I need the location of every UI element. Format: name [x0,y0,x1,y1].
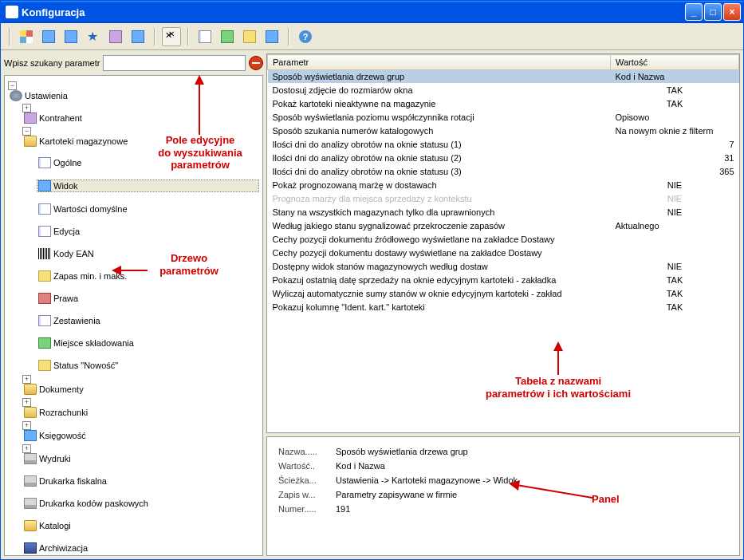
table-row[interactable]: Sposób wyświetlania drzewa grupKod i Naz… [268,70,739,84]
cell-param: Dostępny widok stanów magazynowych wedłu… [268,260,611,274]
tree-root[interactable]: Ustawienia [8,90,259,101]
cell-param: Ilości dni do analizy obrotów na oknie s… [268,152,611,165]
table-row[interactable]: Ilości dni do analizy obrotów na oknie s… [268,138,739,152]
settings-button[interactable]: ✕✕ [162,27,181,46]
edit-button[interactable] [195,27,215,46]
config-window: Konfiguracja _ □ × ★ ✕✕ ? Wpisz szukany … [0,0,744,560]
parameter-table[interactable]: Parametr Wartość Sposób wyświetlania drz… [267,54,739,314]
table-row[interactable]: Dostosuj zdjęcie do rozmiarów oknaTAK [268,84,739,97]
page-icon [38,157,51,168]
col-wartosc[interactable]: Wartość [611,55,739,70]
stock-icon [38,270,51,282]
cell-param: Pokaż prognozowaną marżę w dostawach [268,179,611,192]
report-icon [38,315,51,326]
tool-button-11[interactable] [262,27,281,46]
table-row[interactable]: Stany na wszystkich magazynach tylko dla… [268,206,739,219]
left-panel: Wpisz szukany parametr − Ustawienia +Kon… [4,53,263,556]
close-button[interactable]: × [723,3,741,21]
expand-toggle[interactable]: − [8,81,17,90]
tree-zestawienia[interactable]: Zestawienia [37,315,259,326]
tool-button-3[interactable] [61,27,81,46]
expand-toggle[interactable]: + [22,104,31,112]
tree-archiw[interactable]: Archiwizacja [22,542,259,554]
table-row[interactable]: Ilości dni do analizy obrotów na oknie s… [268,165,739,179]
tree-kody[interactable]: Kody EAN [37,248,259,259]
lbl-sciezka: Ścieżka... [278,475,336,485]
val-sciezka: Ustawienia -> Kartoteki magazynowe -> Wi… [336,475,518,485]
lbl-numer: Numer..... [278,504,336,514]
tree-kartoteki[interactable]: Kartoteki magazynowe [22,136,259,147]
cell-param: Według jakiego stanu sygnalizować przekr… [268,219,611,233]
table-row[interactable]: Sposób wyświetlania poziomu współczynnik… [268,111,739,124]
maximize-button[interactable]: □ [704,3,722,21]
table-row[interactable]: Pokaż prognozowaną marżę w dostawachNIE [268,179,739,192]
tree-wydruki[interactable]: Wydruki [22,453,259,464]
cell-value: TAK [611,287,739,301]
tree-kontrahent[interactable]: Kontrahent [22,112,259,124]
toolbar: ★ ✕✕ ? [1,23,743,50]
tool-button-6[interactable] [128,27,148,46]
parameter-tree[interactable]: − Ustawienia +Kontrahent −Kartoteki maga… [4,75,263,556]
tree-drukkodow[interactable]: Drukarka kodów paskowych [22,498,259,509]
cell-param: Pokazuj ostatnią datę sprzedaży na oknie… [268,274,611,287]
tree-status[interactable]: Status "Nowość" [37,360,259,371]
window-title: Konfiguracja [22,6,683,18]
tree-dokumenty[interactable]: Dokumenty [22,384,259,395]
cell-value: NIE [611,179,739,192]
cell-value: TAK [611,97,739,111]
table-row[interactable]: Wyliczaj automatycznie sumy stanów w okn… [268,287,739,301]
val-nazwa: Sposób wyświetlania drzewa grup [336,447,468,456]
cell-param: Sposób szukania numerów katalogowych [268,124,611,138]
tree-ksiegowosc[interactable]: Księgowość [22,430,259,441]
val-wartosc: Kod i Nazwa [336,461,385,471]
table-row[interactable]: Ilości dni do analizy obrotów na oknie s… [268,152,739,165]
table-row[interactable]: Pokazuj kolumnę "Ident. kart." kartoteki… [268,301,739,314]
table-row[interactable]: Dostępny widok stanów magazynowych wedłu… [268,260,739,274]
table-row[interactable]: Sposób szukania numerów katalogowychNa n… [268,124,739,138]
printer-icon [24,453,37,464]
location-icon [38,337,51,349]
expand-toggle[interactable]: + [22,421,31,430]
minimize-button[interactable]: _ [685,3,703,21]
tool-button-9[interactable] [218,27,237,46]
home-button[interactable] [17,27,36,46]
help-button[interactable]: ? [296,27,315,46]
table-row[interactable]: Według jakiego stanu sygnalizować przekr… [268,219,739,233]
folder-icon [24,520,37,531]
table-row[interactable]: Cechy pozycji dokumentu dostawy wyświetl… [268,246,739,260]
tree-miejsce[interactable]: Miejsce składowania [37,337,259,349]
printer-icon [24,498,37,509]
tree-wartosci[interactable]: Wartości domyślne [37,203,259,215]
expand-toggle[interactable]: + [22,398,31,407]
table-row[interactable]: Cechy pozycji dokumentu źródłowego wyświ… [268,233,739,246]
tree-zapas[interactable]: Zapas min. i maks. [37,270,259,282]
disk-icon [24,542,37,554]
expand-toggle[interactable]: − [22,127,31,136]
tree-ogolne[interactable]: Ogólne [37,157,259,168]
parameter-table-wrap: Parametr Wartość Sposób wyświetlania drz… [266,53,740,433]
favorite-button[interactable]: ★ [84,27,103,46]
tree-drukfisk[interactable]: Drukarka fiskalna [22,475,259,487]
tree-edycja[interactable]: Edycja [37,226,259,237]
cell-value: Opisowo [611,111,739,124]
lbl-zapis: Zapis w... [278,490,336,499]
tool-button-5[interactable] [106,27,125,46]
tree-prawa[interactable]: Prawa [37,293,259,304]
cell-param: Cechy pozycji dokumentu dostawy wyświetl… [268,246,611,260]
cell-value: 365 [611,165,739,179]
tree-widok[interactable]: Widok [37,179,259,192]
table-row[interactable]: Pokazuj ostatnią datę sprzedaży na oknie… [268,274,739,287]
col-parametr[interactable]: Parametr [268,55,611,70]
tool-button-2[interactable] [39,27,58,46]
tree-katalogi[interactable]: Katalogi [22,520,259,531]
tool-button-10[interactable] [240,27,259,46]
folder-icon [24,136,37,147]
expand-toggle[interactable]: + [22,444,31,453]
clear-search-icon[interactable] [249,56,263,70]
search-input[interactable] [103,55,246,71]
cell-value: NIE [611,260,739,274]
tree-rozrachunki[interactable]: Rozrachunki [22,407,259,418]
table-row[interactable]: Pokaż kartoteki nieaktywne na magazynieT… [268,97,739,111]
table-row[interactable]: Prognoza marży dla miejsca sprzedaży z k… [268,192,739,206]
expand-toggle[interactable]: + [22,375,31,384]
